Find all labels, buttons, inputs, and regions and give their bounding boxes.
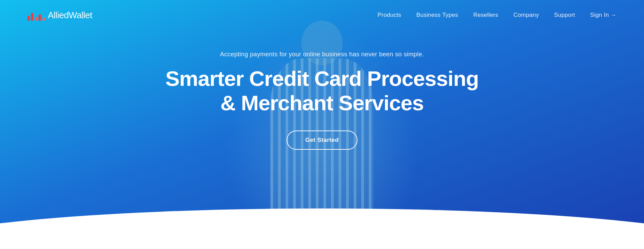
hero-title-line2: & Merchant Services bbox=[221, 91, 424, 115]
nav-item-company[interactable]: Company bbox=[513, 12, 539, 19]
hero-content: Accepting payments for your online busin… bbox=[165, 51, 479, 150]
nav-link-products[interactable]: Products bbox=[378, 12, 401, 18]
hero-subtitle: Accepting payments for your online busin… bbox=[220, 51, 424, 58]
nav-link-signin[interactable]: Sign In → bbox=[590, 12, 616, 19]
logo-bar-5 bbox=[43, 18, 45, 21]
nav-links-list: Products Business Types Resellers Compan… bbox=[378, 12, 616, 19]
nav-link-support[interactable]: Support bbox=[554, 12, 575, 18]
nav-link-resellers[interactable]: Resellers bbox=[473, 12, 498, 18]
nav-item-signin[interactable]: Sign In → bbox=[590, 12, 616, 19]
nav-item-products[interactable]: Products bbox=[378, 12, 401, 19]
nav-link-company[interactable]: Company bbox=[513, 12, 539, 18]
hero-title: Smarter Credit Card Processing & Merchan… bbox=[165, 66, 479, 115]
logo-bar-4 bbox=[39, 14, 41, 21]
logo-bar-3 bbox=[35, 17, 37, 21]
logo-bar-2 bbox=[31, 13, 33, 21]
main-nav: AlliedWallet Products Business Types Res… bbox=[0, 0, 644, 30]
logo-text: AlliedWallet bbox=[48, 10, 92, 21]
nav-link-business-types[interactable]: Business Types bbox=[416, 12, 458, 18]
hero-title-line1: Smarter Credit Card Processing bbox=[165, 67, 479, 90]
get-started-button[interactable]: Get Started bbox=[287, 131, 357, 150]
hero-section: AlliedWallet Products Business Types Res… bbox=[0, 0, 644, 249]
logo-bar-1 bbox=[28, 16, 30, 21]
logo-icon bbox=[28, 10, 45, 21]
logo[interactable]: AlliedWallet bbox=[28, 10, 92, 21]
nav-item-resellers[interactable]: Resellers bbox=[473, 12, 498, 19]
logo-brand-part2: Wallet bbox=[69, 10, 92, 20]
logo-brand-part1: Allied bbox=[48, 10, 69, 20]
nav-item-business-types[interactable]: Business Types bbox=[416, 12, 458, 19]
nav-item-support[interactable]: Support bbox=[554, 12, 575, 19]
